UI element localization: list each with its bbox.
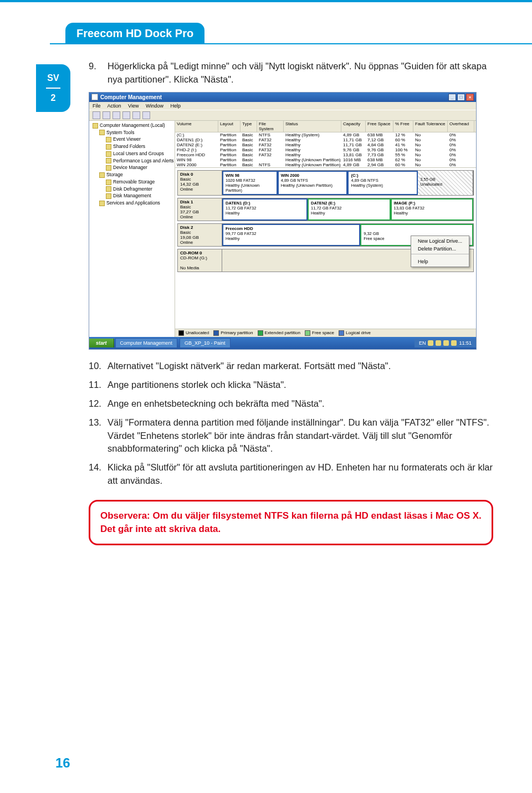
- minimize-button[interactable]: _: [448, 94, 456, 101]
- step-number: 13.: [89, 416, 108, 456]
- volume-row[interactable]: FHD-2 (I:)PartitionBasicFAT32Healthy9,76…: [175, 147, 476, 152]
- volume-cell: No: [413, 147, 448, 152]
- menu-help[interactable]: Help: [411, 258, 469, 265]
- volume-cell: 0%: [448, 142, 474, 147]
- toolbar-up-icon[interactable]: [112, 111, 120, 119]
- column-header[interactable]: Layout: [218, 121, 241, 132]
- window-icon: [91, 94, 98, 100]
- disk-partition[interactable]: WIN 981020 MB FAT32Healthy (Unknown Part…: [222, 171, 278, 195]
- disk-partition[interactable]: DATEN1 (D:)11,72 GB FAT32Healthy: [222, 198, 308, 221]
- volume-cell: Healthy: [284, 152, 341, 157]
- tree-item[interactable]: Storage: [89, 171, 175, 178]
- tree-item[interactable]: Disk Defragmenter: [89, 186, 175, 193]
- maximize-button[interactable]: □: [457, 94, 465, 101]
- tree-pane[interactable]: Computer Management (Local)System ToolsE…: [89, 121, 175, 337]
- disk-label[interactable]: Disk 0Basic14,32 GBOnline: [178, 171, 222, 195]
- disk-partition[interactable]: (C:)4,89 GB NTFSHealthy (System): [347, 171, 418, 195]
- step-14: 14. Klicka på "Slutför" för att avsluta …: [89, 461, 493, 488]
- content-area: 9. Högerklicka på "Ledigt minne" och väl…: [89, 60, 493, 545]
- step-13: 13. Välj "Formatera denna partition med …: [89, 416, 493, 456]
- column-header[interactable]: Status: [284, 121, 341, 132]
- volume-row[interactable]: (C:)PartitionBasicNTFSHealthy (System)4,…: [175, 132, 476, 137]
- tree-item[interactable]: Disk Management: [89, 192, 175, 199]
- tray-icon[interactable]: [443, 340, 449, 346]
- side-chapter: 2: [36, 93, 70, 103]
- volume-cell: DATEN2 (E:): [175, 142, 218, 147]
- column-header[interactable]: % Free: [393, 121, 413, 132]
- menu-view[interactable]: View: [128, 103, 139, 109]
- step-number: 9.: [89, 60, 108, 86]
- disk-partition[interactable]: DATEN2 (E:)11,72 GB FAT32Healthy: [308, 198, 390, 221]
- disk-label[interactable]: CD-ROM 0CD-ROM (G:)No Media: [178, 249, 222, 272]
- column-header[interactable]: File System: [257, 121, 284, 132]
- disk-partition[interactable]: 3,55 GBUnallocated: [418, 171, 473, 195]
- volume-cell: FAT32: [257, 137, 284, 142]
- tree-item[interactable]: Local Users and Groups: [89, 150, 175, 157]
- volume-cell: 100 %: [393, 147, 413, 152]
- disk-label[interactable]: Disk 2Basic19,08 GBOnline: [178, 224, 222, 246]
- toolbar-help-icon[interactable]: [142, 111, 150, 119]
- system-tray: EN 11:51: [415, 339, 476, 347]
- disk-partition[interactable]: IMAGE (F:)13,83 GB FAT32Healthy: [391, 198, 473, 221]
- volume-cell: FAT32: [257, 152, 284, 157]
- legend-primary: Primary partition: [213, 330, 253, 336]
- toolbar-refresh-icon[interactable]: [122, 111, 130, 119]
- side-divider: [46, 88, 60, 89]
- volume-cell: Partition: [218, 142, 241, 147]
- volume-cell: NTFS: [257, 132, 284, 137]
- disk-partition[interactable]: Freecom HDD99,77 GB FAT32Healthy: [222, 224, 360, 246]
- toolbar-back-icon[interactable]: [93, 111, 100, 119]
- volume-cell: No: [413, 132, 448, 137]
- volume-cell: 0%: [448, 152, 474, 157]
- step-text: Ange partitionens storlek och klicka "Nä…: [108, 378, 493, 392]
- column-header[interactable]: Capacity: [341, 121, 366, 132]
- menu-delete-partition[interactable]: Delete Partition...: [411, 245, 469, 253]
- toolbar-properties-icon[interactable]: [132, 111, 140, 119]
- volume-row[interactable]: DATEN1 (D:)PartitionBasicFAT32Healthy11,…: [175, 137, 476, 142]
- tree-item[interactable]: Computer Management (Local): [89, 122, 175, 129]
- volume-row[interactable]: WIN 98PartitionBasicHealthy (Unknown Par…: [175, 157, 476, 162]
- column-header[interactable]: Type: [241, 121, 257, 132]
- close-button[interactable]: ×: [466, 94, 474, 101]
- disk-partition[interactable]: WIN 20004,89 GB NTFSHealthy (Unknown Par…: [278, 171, 348, 195]
- tray-lang[interactable]: EN: [419, 340, 426, 346]
- menu-file[interactable]: File: [93, 103, 101, 109]
- tree-item[interactable]: Services and Applications: [89, 199, 175, 207]
- tray-icon[interactable]: [436, 340, 441, 346]
- volume-row[interactable]: WIN 2000PartitionBasicNTFSHealthy (Unkno…: [175, 162, 476, 167]
- tray-icon[interactable]: [451, 340, 457, 346]
- disk-label[interactable]: Disk 1Basic37,27 GBOnline: [178, 198, 222, 221]
- volume-cell: 9,76 GB: [341, 147, 366, 152]
- menu-new-logical-drive[interactable]: New Logical Drive...: [411, 237, 469, 245]
- tree-item[interactable]: Shared Folders: [89, 143, 175, 150]
- tree-item[interactable]: Device Manager: [89, 164, 175, 171]
- tree-item[interactable]: Removable Storage: [89, 178, 175, 186]
- column-header[interactable]: Overhead: [448, 121, 474, 132]
- volume-cell: Partition: [218, 162, 241, 167]
- start-button[interactable]: start: [89, 339, 114, 347]
- taskbar-item-cm[interactable]: Computer Management: [115, 338, 178, 348]
- volume-row[interactable]: Freecom HDDPartitionBasicFAT32Healthy13,…: [175, 152, 476, 157]
- tray-icon[interactable]: [428, 340, 433, 346]
- volume-cell: Basic: [241, 162, 257, 167]
- taskbar-item-paint[interactable]: GB_XP_10 - Paint: [180, 338, 231, 348]
- menu-help[interactable]: Help: [170, 103, 181, 109]
- menu-action[interactable]: Action: [108, 103, 121, 109]
- tree-item[interactable]: System Tools: [89, 129, 175, 136]
- step-9: 9. Högerklicka på "Ledigt minne" och väl…: [89, 60, 493, 86]
- volume-cell: FAT32: [257, 147, 284, 152]
- tree-item[interactable]: Performance Logs and Alerts: [89, 157, 175, 165]
- column-header[interactable]: Volume: [175, 121, 218, 132]
- column-header[interactable]: Fault Tolerance: [413, 121, 448, 132]
- folder-icon: [106, 165, 111, 171]
- volume-cell: Basic: [241, 147, 257, 152]
- volume-row[interactable]: DATEN2 (E:)PartitionBasicFAT32Healthy11,…: [175, 142, 476, 147]
- disk-partitions: WIN 981020 MB FAT32Healthy (Unknown Part…: [222, 171, 473, 195]
- volume-cell: Basic: [241, 132, 257, 137]
- column-header[interactable]: Free Space: [366, 121, 393, 132]
- tree-item[interactable]: Event Viewer: [89, 136, 175, 143]
- page-top-rule: [0, 0, 532, 2]
- menu-window[interactable]: Window: [146, 103, 163, 109]
- toolbar-forward-icon[interactable]: [103, 111, 110, 119]
- volume-cell: 0%: [448, 137, 474, 142]
